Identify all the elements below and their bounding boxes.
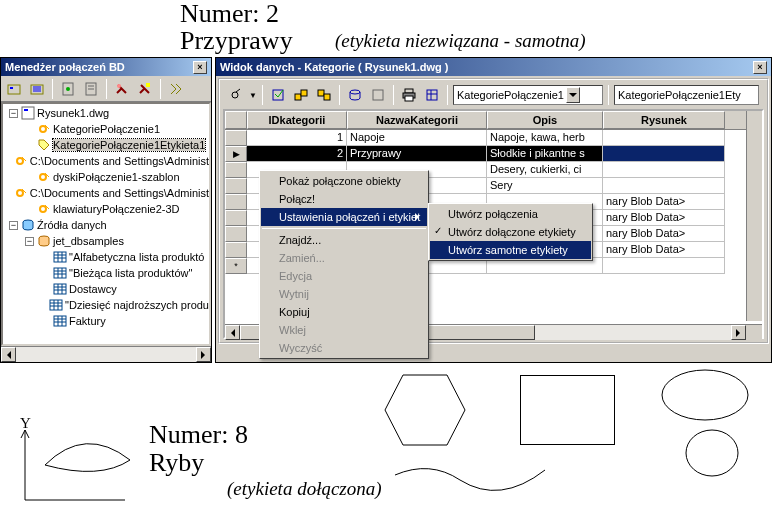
menu-item[interactable]: Utwórz dołączone etykiety [430, 223, 591, 241]
column-header[interactable]: NazwaKategorii [347, 111, 487, 129]
row-selector[interactable] [225, 162, 247, 178]
toolbar-btn-1[interactable] [4, 79, 24, 99]
row-selector[interactable] [225, 194, 247, 210]
close-button[interactable]: × [753, 61, 767, 74]
row-selector[interactable] [225, 226, 247, 242]
row-selector[interactable] [225, 210, 247, 226]
tree-item-label: jet_dbsamples [53, 235, 124, 247]
toolbar-btn-5[interactable] [112, 79, 132, 99]
table-cell[interactable]: Desery, cukierki, ci [487, 162, 603, 178]
table-cell[interactable]: Przyprawy [347, 146, 487, 162]
tree-toggle[interactable]: − [9, 109, 18, 118]
menu-item[interactable]: Połącz! [261, 190, 427, 208]
tb-btn-a[interactable] [268, 85, 288, 105]
tb-btn-b[interactable] [291, 85, 311, 105]
scroll-left-button[interactable] [225, 325, 240, 340]
tree-item[interactable]: −jet_dbsamples [3, 233, 209, 249]
menu-item[interactable]: Utwórz samotne etykiety [430, 241, 591, 259]
data-view-titlebar[interactable]: Widok danych - Kategorie ( Rysunek1.dwg … [216, 58, 771, 76]
table-cell[interactable] [603, 130, 725, 146]
row-selector[interactable] [225, 130, 247, 146]
dropdown-arrow-icon[interactable]: ▼ [249, 91, 257, 100]
svg-rect-18 [50, 300, 62, 310]
row-selector[interactable] [225, 242, 247, 258]
column-header[interactable]: Rysunek [603, 111, 725, 129]
row-selector[interactable] [225, 178, 247, 194]
table-cell[interactable]: Sery [487, 178, 603, 194]
svg-rect-12 [24, 109, 28, 111]
link-icon [37, 170, 51, 184]
toolbar-btn-3[interactable] [58, 79, 78, 99]
table-cell[interactable]: 2 [247, 146, 347, 162]
tree-item[interactable]: dyskiPołączenie1-szablon [3, 169, 209, 185]
toolbar-btn-2[interactable] [27, 79, 47, 99]
menu-item[interactable]: Kopiuj [261, 303, 427, 321]
tb-btn-d[interactable] [368, 85, 388, 105]
print-button[interactable] [399, 85, 419, 105]
scroll-track[interactable] [16, 347, 196, 362]
table-row[interactable]: 1NapojeNapoje, kawa, herb [225, 130, 762, 146]
toolbar-btn-4[interactable] [81, 79, 101, 99]
tree-item[interactable]: C:\Documents and Settings\Administ [3, 153, 209, 169]
menu-item[interactable]: Znajdź... [261, 231, 427, 249]
column-header[interactable]: Opis [487, 111, 603, 129]
toolbar-btn-6[interactable] [135, 79, 155, 99]
tree-item[interactable]: −Źródła danych [3, 217, 209, 233]
tb-btn-e[interactable] [422, 85, 442, 105]
tree-item-label: C:\Documents and Settings\Administ [30, 187, 209, 199]
tbl-icon [53, 266, 67, 280]
label-combo[interactable]: KategoriePołączenie1Ety [614, 85, 759, 105]
data-view-title: Widok danych - Kategorie ( Rysunek1.dwg … [220, 61, 752, 73]
tree-item[interactable]: Faktury [3, 313, 209, 329]
table-cell[interactable]: Słodkie i pikantne s [487, 146, 603, 162]
grid-scrollbar-v[interactable] [746, 111, 762, 321]
table-cell[interactable]: nary Blob Data> [603, 242, 725, 258]
table-cell[interactable]: nary Blob Data> [603, 226, 725, 242]
toolbar-btn-7[interactable] [166, 79, 186, 99]
row-selector[interactable]: ▶ [225, 146, 247, 162]
scroll-right-button[interactable] [196, 347, 211, 362]
scroll-right-button[interactable] [731, 325, 746, 340]
tree-item[interactable]: Dostawcy [3, 281, 209, 297]
tree-item[interactable]: "Dziesięć najdroższych produ [3, 297, 209, 313]
tree-scrollbar-h[interactable] [1, 346, 211, 362]
tb-btn-c[interactable] [314, 85, 334, 105]
table-cell[interactable] [603, 178, 725, 194]
table-cell[interactable] [603, 162, 725, 178]
table-cell[interactable]: Napoje, kawa, herb [487, 130, 603, 146]
scroll-left-button[interactable] [1, 347, 16, 362]
column-header[interactable]: IDkategorii [247, 111, 347, 129]
tree-item[interactable]: KategoriePołączenie1Etykieta1 [3, 137, 209, 153]
combo-dropdown-button[interactable] [566, 87, 580, 103]
tree-item-label: "Alfabetyczna lista produktó [69, 251, 204, 263]
tree-item[interactable]: klawiaturyPołączenie2-3D [3, 201, 209, 217]
menu-item[interactable]: Utwórz połączenia [430, 205, 591, 223]
drawing-note-2: (etykieta dołączona) [227, 478, 382, 500]
tree-item[interactable]: KategoriePołączenie1 [3, 121, 209, 137]
connection-tree[interactable]: −Rysunek1.dwgKategoriePołączenie1Kategor… [1, 102, 211, 346]
context-submenu-labels[interactable]: Utwórz połączeniaUtwórz dołączone etykie… [428, 203, 593, 261]
table-cell[interactable]: Napoje [347, 130, 487, 146]
menu-item[interactable]: Pokaż połączone obiekty [261, 172, 427, 190]
tree-toggle[interactable]: − [9, 221, 18, 230]
table-cell[interactable]: nary Blob Data> [603, 194, 725, 210]
drawing-ellipse-1 [660, 368, 750, 423]
table-cell[interactable]: nary Blob Data> [603, 210, 725, 226]
tree-item[interactable]: −Rysunek1.dwg [3, 105, 209, 121]
row-selector[interactable]: * [225, 258, 247, 274]
tree-item[interactable]: "Alfabetyczna lista produktó [3, 249, 209, 265]
table-cell[interactable]: 1 [247, 130, 347, 146]
table-row[interactable]: ▶2PrzyprawySłodkie i pikantne s [225, 146, 762, 162]
table-cell[interactable] [603, 258, 725, 274]
menu-item[interactable]: Ustawienia połączeń i etykiet [261, 208, 427, 226]
context-menu-main[interactable]: Pokaż połączone obiektyPołącz!Ustawienia… [259, 170, 429, 359]
close-button[interactable]: × [193, 61, 207, 74]
connection-combo[interactable]: KategoriePołączenie1 [453, 85, 603, 105]
db-manager-titlebar[interactable]: Menedżer połączeń BD × [1, 58, 211, 76]
tree-toggle[interactable]: − [25, 237, 34, 246]
table-cell[interactable] [603, 146, 725, 162]
link-mode-button[interactable] [226, 85, 246, 105]
tree-item[interactable]: C:\Documents and Settings\Administ [3, 185, 209, 201]
tb-btn-query[interactable] [345, 85, 365, 105]
tree-item[interactable]: "Bieżąca lista produktów" [3, 265, 209, 281]
